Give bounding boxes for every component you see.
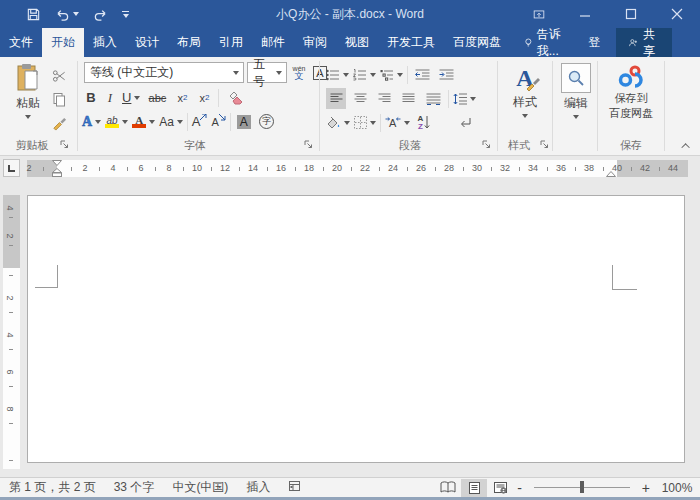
numbering-dropdown-icon[interactable] [370, 73, 376, 77]
zoom-slider[interactable] [534, 487, 630, 488]
underline-dropdown-icon[interactable] [134, 96, 140, 100]
document-page[interactable] [27, 195, 685, 463]
font-color-dropdown-icon[interactable] [149, 120, 155, 124]
font-size-combobox[interactable]: 五号 [247, 62, 287, 83]
redo-button[interactable] [93, 8, 108, 21]
strikethrough-button[interactable]: abc [146, 87, 168, 108]
print-layout-button[interactable] [461, 479, 487, 497]
tell-me-box[interactable]: 告诉我... [516, 28, 578, 57]
tab-review[interactable]: 审阅 [294, 28, 336, 57]
undo-dropdown-icon[interactable] [73, 12, 79, 16]
styles-dialog-launcher[interactable] [540, 140, 550, 150]
undo-button[interactable] [55, 8, 79, 21]
first-line-indent-marker[interactable] [52, 160, 62, 166]
minimize-button[interactable] [562, 0, 608, 28]
clipboard-dialog-launcher[interactable] [60, 140, 70, 150]
text-effects-dropdown-icon[interactable] [95, 120, 101, 124]
maximize-button[interactable] [608, 0, 654, 28]
bullets-button[interactable] [326, 64, 349, 85]
decrease-indent-button[interactable] [412, 64, 432, 85]
align-right-button[interactable] [374, 88, 394, 109]
tab-home[interactable]: 开始 [42, 28, 84, 57]
change-case-button[interactable]: Aa [159, 111, 183, 132]
highlight-dropdown-icon[interactable] [122, 120, 128, 124]
text-effects-button[interactable]: A [82, 111, 101, 132]
page-number-status[interactable]: 第 1 页，共 2 页 [0, 479, 105, 496]
numbering-button[interactable] [353, 64, 376, 85]
line-spacing-dropdown-icon[interactable] [470, 97, 476, 101]
tab-design[interactable]: 设计 [126, 28, 168, 57]
zoom-in-button[interactable]: + [638, 480, 654, 496]
font-dialog-launcher[interactable] [304, 140, 314, 150]
tab-developer[interactable]: 开发工具 [378, 28, 444, 57]
customize-qat-button[interactable] [122, 11, 129, 18]
ribbon-display-options-button[interactable] [516, 0, 562, 28]
tab-mailings[interactable]: 邮件 [252, 28, 294, 57]
web-layout-button[interactable] [487, 479, 513, 497]
tab-file[interactable]: 文件 [0, 28, 42, 57]
show-marks-button[interactable] [456, 112, 474, 133]
multilevel-dropdown-icon[interactable] [397, 73, 403, 77]
tab-view[interactable]: 视图 [336, 28, 378, 57]
close-button[interactable] [654, 0, 700, 28]
horizontal-ruler[interactable]: 2246810121416182022242628303234363840424… [27, 160, 688, 177]
sign-in-button[interactable]: 登录 [578, 28, 616, 57]
distribute-button[interactable] [422, 88, 444, 109]
borders-button[interactable] [354, 112, 376, 133]
borders-dropdown-icon[interactable] [370, 121, 376, 125]
align-center-button[interactable] [350, 88, 370, 109]
character-shading-button[interactable]: A [235, 111, 253, 132]
zoom-out-button[interactable]: - [513, 480, 526, 496]
format-painter-button[interactable] [48, 113, 70, 134]
align-left-button[interactable] [326, 88, 346, 109]
tab-insert[interactable]: 插入 [84, 28, 126, 57]
share-button[interactable]: 共享 [616, 28, 672, 57]
multilevel-list-button[interactable] [380, 64, 403, 85]
save-icon[interactable] [26, 7, 41, 22]
hanging-indent-marker[interactable] [52, 168, 62, 177]
clear-formatting-button[interactable] [225, 87, 249, 108]
bullets-dropdown-icon[interactable] [343, 73, 349, 77]
zoom-level[interactable]: 100% [654, 481, 700, 495]
word-count-status[interactable]: 33 个字 [105, 479, 164, 496]
insert-mode-status[interactable]: 插入 [237, 479, 279, 496]
font-name-combobox[interactable]: 等线 (中文正文) [84, 62, 244, 83]
tab-references[interactable]: 引用 [210, 28, 252, 57]
change-case-dropdown-icon[interactable] [177, 120, 183, 124]
paste-button[interactable]: 粘贴 [8, 63, 48, 119]
subscript-button[interactable]: x2 [174, 87, 190, 108]
asian-layout-button[interactable]: A [385, 112, 410, 133]
styles-button[interactable]: A 样式 [504, 63, 546, 118]
asian-layout-dropdown-icon[interactable] [404, 121, 410, 125]
underline-button[interactable]: U [122, 87, 140, 108]
read-mode-button[interactable] [435, 479, 461, 497]
collapse-ribbon-button[interactable] [680, 141, 694, 151]
language-status[interactable]: 中文(中国) [163, 479, 237, 496]
zoom-slider-thumb[interactable] [580, 481, 584, 493]
bold-button[interactable]: B [84, 87, 98, 108]
phonetic-guide-button[interactable]: wén 文 [290, 62, 308, 83]
cut-button[interactable] [48, 65, 70, 86]
tab-baidu-netdisk[interactable]: 百度网盘 [444, 28, 510, 57]
editing-button[interactable]: 编辑 [558, 63, 594, 119]
font-color-button[interactable]: A [132, 111, 155, 132]
shading-dropdown-icon[interactable] [344, 121, 350, 125]
tab-stop-selector[interactable] [3, 159, 20, 177]
enclose-characters-button[interactable]: 字 [257, 111, 277, 132]
tab-layout[interactable]: 布局 [168, 28, 210, 57]
grow-font-button[interactable]: A [192, 111, 208, 132]
shading-button[interactable] [326, 112, 350, 133]
shrink-font-button[interactable]: A [211, 111, 225, 132]
superscript-button[interactable]: x2 [196, 87, 212, 108]
vertical-ruler[interactable]: 422468 [3, 195, 20, 469]
italic-button[interactable]: I [104, 87, 116, 108]
paragraph-dialog-launcher[interactable] [482, 140, 492, 150]
sort-button[interactable]: A Z [414, 112, 434, 133]
macro-recording-button[interactable] [279, 480, 310, 495]
highlight-color-button[interactable]: ab [105, 111, 128, 132]
copy-button[interactable] [48, 89, 70, 110]
line-spacing-button[interactable] [453, 88, 476, 109]
increase-indent-button[interactable] [436, 64, 456, 85]
save-to-baidu-button[interactable]: 保存到 百度网盘 [602, 63, 660, 121]
justify-button[interactable] [398, 88, 418, 109]
